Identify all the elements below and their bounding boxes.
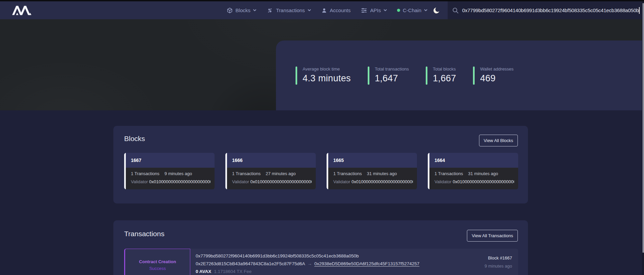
nav-transactions-label: Transactions — [276, 7, 305, 13]
stat-wallet-addresses: Wallet addresses 469 — [473, 66, 513, 85]
stat-accent-bar — [368, 66, 369, 85]
chevron-down-icon — [384, 9, 387, 11]
swap-arrows-icon — [267, 7, 273, 14]
validator-address: 0x010000000000000000000000... — [149, 179, 211, 184]
block-tx-count: 1 Transactions — [435, 171, 463, 176]
nav-blocks[interactable]: Blocks — [227, 7, 256, 13]
chevron-down-icon — [253, 9, 256, 11]
moon-icon — [433, 7, 440, 14]
transaction-age: 9 minutes ago — [484, 264, 512, 269]
stat-total-transactions: Total transactions 1,647 — [368, 66, 409, 85]
nav-apis-label: APIs — [370, 7, 381, 13]
blocks-section-header: Blocks View All Blocks — [113, 126, 528, 146]
nav-accounts[interactable]: Accounts — [321, 7, 351, 13]
block-number: 1667 — [126, 153, 215, 168]
nav-chain-selector[interactable]: C-Chain — [397, 7, 427, 13]
stat-value: 4.3 minutes — [303, 73, 351, 84]
tune-icon — [361, 7, 367, 13]
transaction-block-info: Block #1667 9 minutes ago — [480, 249, 518, 275]
stat-label: Wallet addresses — [480, 66, 513, 72]
transaction-status: Success — [149, 266, 166, 271]
cube-icon — [227, 7, 233, 13]
transaction-row[interactable]: Contract Creation Success 0x7799bd580272… — [124, 249, 518, 275]
transaction-from-address: 0x2E7263d815CbB43a9647843C8a1e2F5c87F75d… — [196, 261, 305, 266]
transaction-fee: 1.1718604 TX Fee — [214, 269, 252, 274]
text-caret — [639, 7, 640, 14]
nav-blocks-label: Blocks — [235, 7, 250, 13]
stat-value: 469 — [480, 73, 513, 84]
block-tx-count: 1 Transactions — [333, 171, 362, 176]
validator-address: 0x010000000000000000000000... — [453, 179, 514, 184]
validator-label: Validator — [131, 179, 148, 184]
stat-accent-bar — [473, 66, 475, 85]
view-all-transactions-button[interactable]: View All Transactions — [467, 230, 518, 242]
block-age: 31 minutes ago — [367, 171, 397, 176]
avalanche-logo-icon — [12, 5, 32, 16]
stat-label: Average block time — [303, 66, 351, 72]
transactions-section-header: Transactions View All Transactions — [113, 220, 528, 242]
scrollbar-thumb[interactable] — [643, 3, 644, 253]
stat-label: Total blocks — [433, 66, 456, 72]
transaction-hash: 0x7799bd580272f9604140b6991d3bb6c19924bf… — [196, 253, 480, 259]
stat-accent-bar — [296, 66, 297, 85]
chevron-down-icon — [424, 9, 427, 11]
search-icon — [452, 7, 459, 14]
arrow-right-icon: → — [307, 261, 312, 266]
transaction-amount: 0 AVAX — [196, 269, 211, 274]
validator-label: Validator — [435, 179, 451, 184]
hero-banner: Average block time 4.3 minutes Total tra… — [0, 19, 644, 110]
stat-label: Total transactions — [375, 66, 409, 72]
stat-average-block-time: Average block time 4.3 minutes — [296, 66, 351, 85]
page-scrollbar — [642, 1, 644, 275]
block-number: 1666 — [227, 153, 316, 168]
view-all-blocks-button[interactable]: View All Blocks — [479, 135, 518, 146]
block-cards-row: 1667 1 Transactions 9 minutes ago Valida… — [124, 153, 518, 189]
chain-status-dot — [397, 9, 400, 12]
chevron-down-icon — [308, 9, 311, 11]
block-tx-count: 1 Transactions — [232, 171, 261, 176]
nav-accounts-label: Accounts — [330, 7, 351, 13]
transaction-to-address[interactable]: 0x2938eD5D869e50DA6f125dfc45F13157f52742… — [314, 261, 420, 266]
block-number: 1664 — [429, 153, 518, 168]
transactions-section: Transactions View All Transactions Contr… — [113, 220, 528, 275]
stat-accent-bar — [426, 66, 427, 85]
transaction-type: Contract Creation — [139, 259, 176, 264]
blocks-section: Blocks View All Blocks 1667 1 Transactio… — [113, 126, 528, 203]
stat-value: 1,647 — [375, 73, 409, 84]
dark-mode-toggle[interactable] — [433, 7, 440, 14]
block-age: 9 minutes ago — [165, 171, 192, 176]
top-nav: Blocks Transactions Accounts — [0, 1, 644, 19]
search-input-value: 0x7799bd580272f9604140b6991d3bb6c19924bf… — [462, 7, 639, 13]
search-input[interactable]: 0x7799bd580272f9604140b6991d3bb6c19924bf… — [448, 1, 644, 19]
block-card[interactable]: 1665 1 Transactions 31 minutes ago Valid… — [327, 153, 417, 189]
nav-menu: Blocks Transactions Accounts — [227, 7, 427, 14]
stat-value: 1,667 — [433, 73, 456, 84]
transaction-details: 0x7799bd580272f9604140b6991d3bb6c19924bf… — [190, 249, 480, 275]
blocks-title: Blocks — [124, 135, 145, 143]
block-age: 27 minutes ago — [266, 171, 296, 176]
nav-apis[interactable]: APIs — [361, 7, 387, 13]
block-tx-count: 1 Transactions — [131, 171, 160, 176]
transaction-status-box: Contract Creation Success — [124, 249, 190, 275]
validator-label: Validator — [232, 179, 249, 184]
block-card[interactable]: 1666 1 Transactions 27 minutes ago Valid… — [225, 153, 316, 189]
network-stats-panel: Average block time 4.3 minutes Total tra… — [276, 40, 644, 110]
block-age: 31 minutes ago — [468, 171, 498, 176]
person-icon — [321, 7, 327, 13]
block-card[interactable]: 1667 1 Transactions 9 minutes ago Valida… — [124, 153, 215, 189]
block-number: 1665 — [328, 153, 417, 168]
stat-total-blocks: Total blocks 1,667 — [426, 66, 456, 85]
nav-transactions[interactable]: Transactions — [267, 7, 311, 14]
transaction-block-number: Block #1667 — [484, 255, 512, 260]
validator-label: Validator — [333, 179, 350, 184]
avalanche-logo[interactable] — [12, 5, 32, 16]
validator-address: 0x010000000000000000000000... — [352, 179, 413, 184]
validator-address: 0x010000000000000000000000... — [250, 179, 312, 184]
transactions-title: Transactions — [124, 230, 164, 238]
block-card[interactable]: 1664 1 Transactions 31 minutes ago Valid… — [428, 153, 518, 189]
nav-chain-label: C-Chain — [403, 7, 421, 13]
